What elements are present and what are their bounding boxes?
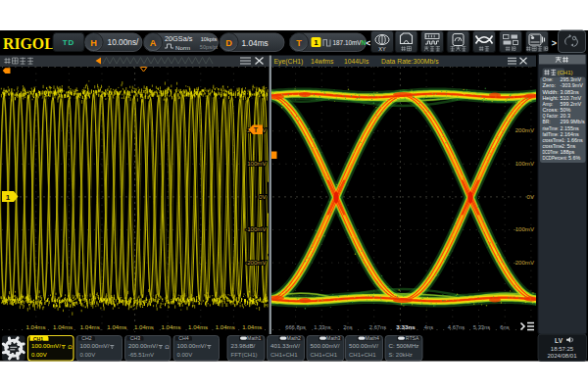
svg-text:T: T — [296, 38, 302, 48]
svg-text:500.00mV/: 500.00mV/ — [311, 342, 340, 349]
svg-text:1.04ms: 1.04ms — [107, 323, 126, 330]
svg-text:2ns: 2ns — [343, 324, 352, 330]
svg-text:1: 1 — [6, 193, 11, 202]
svg-text:3.083ns: 3.083ns — [561, 89, 579, 95]
svg-text:Cross:: Cross: — [543, 107, 559, 113]
svg-text:599.2mV: 599.2mV — [561, 101, 582, 107]
svg-text:(CH1): (CH1) — [558, 70, 573, 75]
svg-text:10.00ns/: 10.00ns/ — [108, 37, 140, 47]
svg-text:LV: LV — [555, 337, 564, 344]
svg-text:200mV: 200mV — [515, 126, 535, 133]
svg-text:50ps/pt: 50ps/pt — [200, 44, 219, 50]
svg-text:BR:: BR: — [543, 119, 551, 124]
svg-text:20GSa/s: 20GSa/s — [165, 34, 193, 43]
svg-text:1.04ms: 1.04ms — [134, 323, 154, 330]
svg-text:Math2: Math2 — [287, 335, 302, 341]
svg-text:Math3: Math3 — [326, 335, 341, 341]
svg-text:Height:: Height: — [543, 95, 560, 101]
svg-text:188ps: 188ps — [561, 149, 575, 155]
svg-text:100mV: 100mV — [247, 160, 267, 167]
svg-text:Zero:: Zero: — [543, 82, 557, 88]
svg-text:187.10mV: 187.10mV — [333, 39, 363, 46]
svg-text:A: A — [150, 38, 157, 48]
svg-text:1.04ms: 1.04ms — [53, 323, 73, 330]
svg-text:riseTime:: riseTime: — [543, 125, 560, 131]
svg-text:4ns: 4ns — [424, 324, 433, 330]
svg-text:Math1: Math1 — [247, 335, 262, 341]
svg-text:200.00mV/: 200.00mV/ — [128, 342, 158, 349]
svg-text:-200mV: -200mV — [514, 259, 535, 266]
svg-text:S: 20kHz: S: 20kHz — [389, 352, 413, 358]
svg-text:100mV: 100mV — [515, 160, 535, 167]
svg-text:crossTime1:: crossTime1: — [543, 137, 566, 143]
svg-text:5.6%: 5.6% — [568, 155, 580, 161]
svg-text:Width:: Width: — [543, 89, 559, 95]
svg-text:0.00V: 0.00V — [31, 352, 47, 358]
svg-text:H: H — [90, 38, 97, 48]
svg-text:FFT(CH1): FFT(CH1) — [231, 352, 258, 358]
svg-text:D: D — [225, 38, 232, 48]
svg-text:500.00mV/: 500.00mV/ — [349, 342, 378, 349]
svg-text:4.67ns: 4.67ns — [448, 324, 466, 330]
svg-text:2024/08/01: 2024/08/01 — [547, 353, 577, 359]
svg-text:0V: 0V — [259, 193, 267, 200]
svg-text:CH1+CH1: CH1+CH1 — [311, 352, 338, 358]
svg-text:-65.51mV: -65.51mV — [128, 352, 154, 358]
svg-text:DCDPercent:: DCDPercent: — [543, 155, 568, 161]
svg-text:1.04ms: 1.04ms — [26, 323, 46, 330]
svg-text:Data Rate:300Mb/s: Data Rate:300Mb/s — [381, 58, 439, 65]
svg-text:C: 500MHz: C: 500MHz — [389, 342, 419, 349]
svg-text:Math4: Math4 — [366, 335, 380, 341]
svg-text:1.33ns: 1.33ns — [314, 324, 331, 330]
svg-text:1044UIs: 1044UIs — [344, 58, 369, 65]
svg-text:401.33mV/: 401.33mV/ — [270, 342, 300, 349]
svg-text:CH4: CH4 — [178, 335, 188, 341]
svg-text:1.04ms: 1.04ms — [216, 323, 235, 330]
svg-text:Ω: Ω — [165, 344, 170, 350]
svg-text:1.04ms: 1.04ms — [80, 323, 100, 330]
svg-text:2.67ns: 2.67ns — [369, 324, 387, 330]
svg-text:-100mV: -100mV — [245, 225, 267, 232]
svg-text:1.04ms: 1.04ms — [188, 323, 208, 330]
svg-text:1.66ns: 1.66ns — [567, 137, 583, 143]
svg-text:510.7mV: 510.7mV — [561, 95, 582, 101]
svg-text:One:: One: — [543, 76, 554, 82]
svg-text:0V: 0V — [527, 193, 535, 200]
svg-text:CH1+CH1: CH1+CH1 — [349, 352, 376, 358]
svg-text:50%: 50% — [561, 107, 571, 113]
svg-text:Norm: Norm — [175, 44, 190, 51]
svg-text:5.33ns: 5.33ns — [473, 324, 491, 330]
svg-text:fallTime:: fallTime: — [543, 131, 560, 137]
svg-text:1.04ms: 1.04ms — [242, 38, 269, 48]
svg-text:crossTime2:: crossTime2: — [543, 143, 566, 149]
svg-text:299.9Mb/s: 299.9Mb/s — [561, 119, 585, 124]
svg-text:5ns: 5ns — [567, 143, 576, 149]
svg-text:100.00mV/: 100.00mV/ — [177, 342, 207, 349]
svg-text:Q Factor:: Q Factor: — [543, 113, 560, 119]
svg-text:0.00V: 0.00V — [80, 352, 96, 358]
svg-text:10kpts: 10kpts — [201, 36, 218, 42]
svg-text:-303.9mV: -303.9mV — [561, 82, 584, 88]
svg-text:100.00mV/: 100.00mV/ — [80, 342, 110, 349]
svg-text:18:57:25: 18:57:25 — [551, 346, 574, 352]
svg-text:-200mV: -200mV — [245, 259, 267, 266]
svg-text:20.3: 20.3 — [561, 113, 571, 119]
svg-text:>: > — [552, 38, 557, 48]
svg-text:1.04ms: 1.04ms — [242, 323, 262, 330]
svg-text:CH3: CH3 — [130, 335, 140, 341]
svg-text:XY: XY — [378, 46, 386, 52]
svg-text:666.8ps: 666.8ps — [285, 324, 306, 330]
svg-text:3.33ns: 3.33ns — [396, 323, 416, 330]
svg-text:1.04ms: 1.04ms — [162, 323, 181, 330]
svg-text:6ns: 6ns — [500, 324, 509, 330]
svg-text:RTSA: RTSA — [406, 335, 419, 341]
svg-text:CH1+CH1: CH1+CH1 — [270, 352, 298, 358]
svg-text:RIGOL: RIGOL — [3, 35, 55, 52]
svg-text:Eye(CH1): Eye(CH1) — [274, 58, 304, 66]
svg-text:<: < — [366, 38, 370, 48]
svg-text:DCDTime:: DCDTime: — [543, 149, 560, 155]
svg-text:T: T — [254, 126, 259, 133]
svg-text:0.00V: 0.00V — [177, 352, 193, 358]
svg-text:-100mV: -100mV — [514, 225, 535, 232]
svg-text:2.155ns: 2.155ns — [561, 125, 579, 131]
